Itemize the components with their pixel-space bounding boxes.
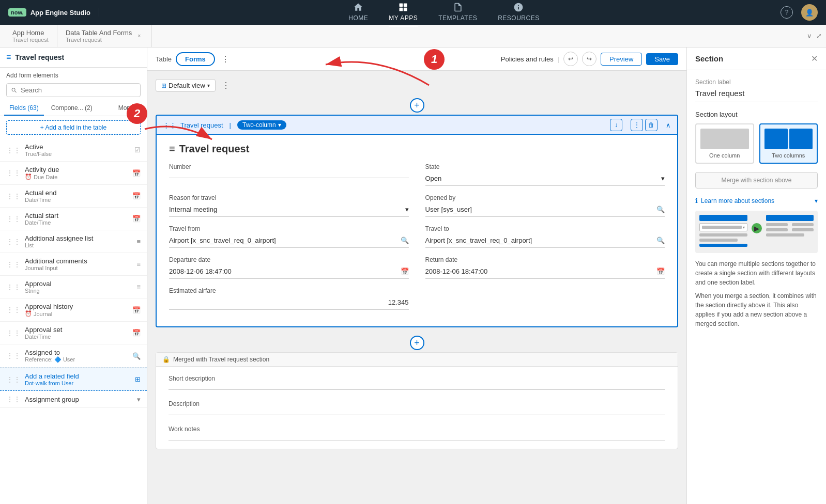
reason-chevron-icon: ▾ — [405, 206, 409, 213]
mockup-right-bar-4 — [792, 228, 814, 231]
undo-button[interactable]: ↩ — [563, 52, 578, 66]
field-info-active: Active True/False — [25, 143, 130, 157]
departure-date-value[interactable]: 2008-12-06 18:47:00 📅 — [169, 265, 409, 279]
mockup-dd-bar — [702, 226, 742, 229]
mockup-right-bar-2 — [792, 223, 814, 226]
add-row-above-button[interactable]: + — [156, 96, 678, 115]
policies-label: Policies and rules — [501, 55, 554, 63]
nav-my-apps[interactable]: MY APPS — [389, 0, 418, 27]
field-type-related-field: Dot-walk from User — [25, 380, 131, 386]
tab-expand-icon[interactable]: ∨ — [807, 32, 812, 40]
more-tab[interactable]: More — [113, 101, 137, 116]
right-panel-title: Section — [695, 54, 723, 63]
drag-handle-icon: ⋮⋮ — [6, 215, 21, 223]
field-item-related-field[interactable]: ⋮⋮ Add a related field Dot-walk from Use… — [0, 368, 147, 391]
data-table-tab[interactable]: Data Table And Forms Travel request × — [57, 25, 152, 47]
mockup-right-row-3 — [766, 228, 814, 231]
work-notes-value[interactable] — [169, 435, 665, 440]
field-item-activity-due[interactable]: ⋮⋮ Activity due ⏰ Due Date 📅 — [0, 162, 147, 185]
tab-fullscreen-icon[interactable]: ⤢ — [816, 32, 822, 40]
nav-home[interactable]: HOME — [348, 0, 368, 27]
add-row-between-button[interactable]: + — [156, 334, 678, 352]
section-preview-mockup: ▾ ▶ — [695, 211, 818, 253]
form-row-3: Travel from Airport [x_snc_travel_req_0_… — [169, 225, 665, 248]
approval-history-icon: 📅 — [132, 306, 141, 314]
number-value[interactable] — [169, 172, 409, 178]
save-button[interactable]: Save — [646, 53, 678, 65]
field-item-additional-assignee[interactable]: ⋮⋮ Additional assignee list List ≡ — [0, 230, 147, 253]
field-item-active[interactable]: ⋮⋮ Active True/False ☑ — [0, 139, 147, 162]
user-avatar[interactable]: 👤 — [801, 4, 818, 21]
section-more-button[interactable]: ⋮ — [631, 119, 643, 131]
more-options-icon[interactable]: ⋮ — [221, 54, 230, 64]
mockup-right-bar-3 — [766, 228, 788, 231]
drag-handle-icon: ⋮⋮ — [6, 329, 21, 337]
help-button[interactable]: ? — [781, 6, 793, 19]
default-view-dropdown[interactable]: ⊞ Default view ▾ — [156, 79, 216, 92]
field-item-approval-set[interactable]: ⋮⋮ Approval set Date/Time 📅 — [0, 322, 147, 344]
forms-button[interactable]: Forms — [176, 52, 215, 66]
nav-templates[interactable]: TEMPLATES — [438, 0, 477, 27]
field-item-approval-history[interactable]: ⋮⋮ Approval history ⏰ Journal 📅 — [0, 298, 147, 322]
fields-tab[interactable]: Fields (63) — [4, 101, 44, 116]
travel-from-value[interactable]: Airport [x_snc_travel_req_0_airport] 🔍 — [169, 234, 409, 248]
redo-button[interactable]: ↪ — [582, 52, 596, 66]
field-item-approval[interactable]: ⋮⋮ Approval String ≡ — [0, 276, 147, 298]
preview-button[interactable]: Preview — [601, 53, 642, 66]
learn-more-toggle[interactable]: ℹ Learn more about sections ▾ — [695, 197, 818, 204]
travel-from-label: Travel from — [169, 225, 409, 232]
add-field-button[interactable]: + Add a field in the table — [6, 120, 141, 135]
reason-value[interactable]: Internal meeting ▾ — [169, 203, 409, 217]
tab-close-button[interactable]: × — [135, 32, 143, 40]
travel-to-value[interactable]: Airport [x_snc_travel_req_0_airport] 🔍 — [425, 234, 665, 248]
approval-set-icon: 📅 — [132, 329, 141, 337]
section-collapse-button[interactable]: ∧ — [666, 121, 671, 129]
svg-rect-0 — [400, 4, 403, 7]
app-home-tab[interactable]: App Home Travel request — [4, 25, 57, 47]
short-description-value[interactable] — [169, 384, 665, 390]
field-type-active: True/False — [25, 151, 130, 157]
section-label-value[interactable]: Travel request — [695, 89, 818, 102]
merge-with-section-above-button[interactable]: Merge with section above — [695, 172, 818, 188]
form-body: ≡ Travel request Number State — [157, 135, 677, 326]
field-item-assignment-group[interactable]: ⋮⋮ Assignment group ▾ — [0, 391, 147, 408]
search-input[interactable] — [21, 86, 136, 94]
travel-to-search-icon: 🔍 — [656, 237, 665, 244]
description-value[interactable] — [169, 410, 665, 415]
tabs-chevron-icon: ▾ — [140, 105, 143, 112]
return-date-field: Return date 2008-12-06 18:47:00 📅 — [425, 256, 665, 279]
form-canvas: ⊞ Default view ▾ ⋮ + ⋮⋮ Travel request |… — [147, 71, 686, 504]
field-name-assignment-group: Assignment group — [25, 396, 133, 403]
mockup-header-bar — [699, 215, 747, 221]
section-layout-badge[interactable]: Two-column ▾ — [237, 120, 286, 130]
merged-badge-label: Merged with Travel request section — [173, 356, 269, 363]
state-value[interactable]: Open ▾ — [425, 172, 665, 186]
field-name-additional-comments: Additional comments — [25, 257, 132, 265]
field-item-actual-start[interactable]: ⋮⋮ Actual start Date/Time 📅 — [0, 208, 147, 230]
one-column-option[interactable]: One column — [695, 123, 754, 164]
section-description-1: You can merge multiple sections together… — [695, 259, 818, 287]
nav-resources[interactable]: RESOURCES — [498, 0, 540, 27]
return-date-value[interactable]: 2008-12-06 18:47:00 📅 — [425, 265, 665, 279]
field-info-actual-start: Actual start Date/Time — [25, 212, 128, 226]
estimated-airfare-value[interactable]: 12.345 — [169, 296, 409, 310]
svg-rect-3 — [404, 8, 407, 11]
opened-by-value[interactable]: User [sys_user] 🔍 — [425, 203, 665, 217]
right-panel-close-button[interactable]: ✕ — [811, 54, 818, 64]
number-field: Number — [169, 163, 409, 186]
return-date-label: Return date — [425, 256, 665, 263]
section-move-down-button[interactable]: ↓ — [610, 119, 622, 131]
two-column-preview — [764, 129, 813, 149]
field-item-actual-end[interactable]: ⋮⋮ Actual end Date/Time 📅 — [0, 185, 147, 208]
field-item-assigned-to[interactable]: ⋮⋮ Assigned to Reference: 🔷 User 🔍 — [0, 344, 147, 368]
state-field: State Open ▾ — [425, 163, 665, 186]
field-item-additional-comments[interactable]: ⋮⋮ Additional comments Journal Input ≡ — [0, 253, 147, 276]
view-more-icon[interactable]: ⋮ — [222, 81, 230, 90]
two-column-option[interactable]: Two columns — [759, 123, 818, 164]
section-delete-button[interactable]: 🗑 — [645, 119, 657, 131]
components-tab[interactable]: Compone... (2) — [46, 101, 98, 116]
search-box[interactable] — [6, 83, 141, 97]
nav-resources-label: RESOURCES — [498, 14, 540, 22]
center-area: Table Forms ⋮ Policies and rules | ↩ ↪ P… — [147, 48, 686, 504]
logo[interactable]: now. App Engine Studio — [8, 8, 99, 17]
